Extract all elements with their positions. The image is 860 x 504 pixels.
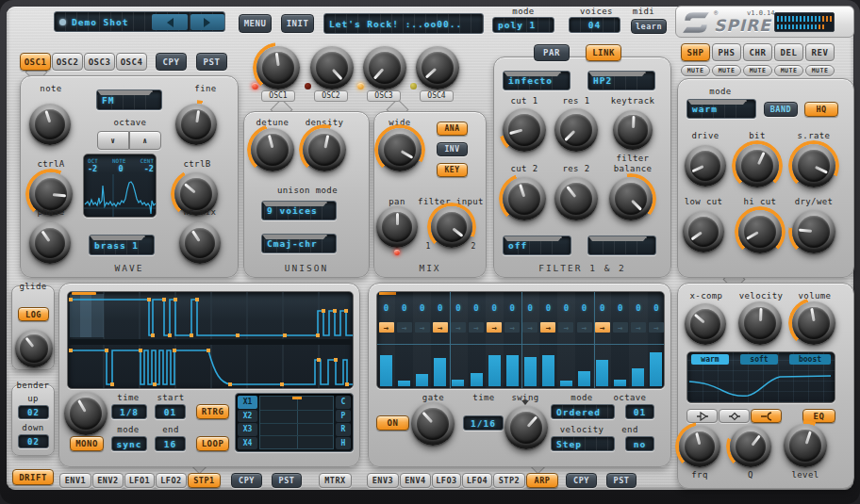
filter-input-knob[interactable] xyxy=(431,206,472,248)
osc-paste-button[interactable]: PST xyxy=(196,53,227,71)
matrix-col-c[interactable]: C xyxy=(336,396,351,409)
wtmix-knob[interactable] xyxy=(179,222,221,264)
filter-par-button[interactable]: PAR xyxy=(534,44,570,61)
arp-step-bar[interactable] xyxy=(506,355,519,386)
xcomp-knob[interactable] xyxy=(685,303,726,345)
matrix-cursor[interactable] xyxy=(292,397,302,399)
tab-osc4[interactable]: OSC4 xyxy=(116,53,147,71)
osc1-level-knob[interactable] xyxy=(256,46,300,89)
osc2-level-knob[interactable] xyxy=(310,46,354,89)
key-button[interactable]: KEY xyxy=(437,163,468,177)
arp-step-arrow[interactable]: → xyxy=(451,322,466,333)
arp-step-arrow[interactable]: → xyxy=(397,322,412,333)
arp-end-display[interactable]: no xyxy=(625,436,654,451)
arp-step-arrow[interactable]: → xyxy=(577,322,592,333)
arp-step-value[interactable]: 0 xyxy=(575,303,593,313)
arp-step-bar[interactable] xyxy=(596,360,608,386)
arp-step-bar[interactable] xyxy=(488,355,501,386)
mute-del-button[interactable]: MUTE xyxy=(774,65,803,76)
bit-knob[interactable] xyxy=(736,144,779,187)
filter2-route-dropdown[interactable] xyxy=(587,236,656,255)
phase-knob[interactable] xyxy=(29,222,71,264)
glide-knob[interactable] xyxy=(15,330,53,367)
arp-display[interactable]: 0000000000000000 →→→→→→→→→→→→→→→→ xyxy=(376,291,665,389)
bender-down-display[interactable]: 02 xyxy=(18,434,49,448)
arp-paste-button[interactable]: PST xyxy=(606,473,637,488)
mute-shp-button[interactable]: MUTE xyxy=(681,65,710,76)
matrix-row-x4[interactable]: X4 xyxy=(238,437,257,450)
arp-step-value[interactable]: 0 xyxy=(647,303,665,313)
band-button[interactable]: BAND xyxy=(764,102,798,117)
arp-step-arrow[interactable]: → xyxy=(631,322,646,333)
frq-knob[interactable] xyxy=(679,426,720,467)
arp-step-arrow[interactable]: → xyxy=(522,322,538,333)
arp-step-value[interactable]: 0 xyxy=(431,303,449,313)
filter2-type-dropdown[interactable]: HP2 xyxy=(587,71,655,90)
lowcut-knob[interactable] xyxy=(683,211,724,252)
arp-step-value[interactable]: 0 xyxy=(593,303,611,313)
voices-display[interactable]: 04 xyxy=(569,17,620,33)
filter-link-button[interactable]: LINK xyxy=(586,44,621,61)
bender-up-display[interactable]: 02 xyxy=(18,405,49,419)
arp-step-bar[interactable] xyxy=(416,374,428,386)
stp1-rtrg-button[interactable]: RTRG xyxy=(196,404,229,419)
arp-step-arrow[interactable]: → xyxy=(595,322,610,333)
arp-step-value[interactable]: 0 xyxy=(521,303,539,313)
mtrx-button[interactable]: MTRX xyxy=(319,473,352,488)
glide-log-button[interactable]: LOG xyxy=(18,307,49,321)
osc-copy-button[interactable]: CPY xyxy=(156,53,187,71)
arp-velocity-display[interactable]: Step xyxy=(551,436,615,451)
osc-mode-dropdown[interactable]: FM xyxy=(96,89,162,110)
arp-step-arrow[interactable]: → xyxy=(540,322,555,333)
cut2-knob[interactable] xyxy=(503,177,546,220)
eq-tab-soft[interactable]: soft xyxy=(740,354,778,365)
tab-env2[interactable]: ENV2 xyxy=(92,473,124,488)
drive-knob[interactable] xyxy=(685,145,726,187)
arp-step-bar[interactable] xyxy=(614,380,626,386)
arp-step-bar[interactable] xyxy=(632,368,644,386)
shaper-mode-dropdown[interactable]: warm xyxy=(686,99,756,119)
matrix-row-x2[interactable]: X2 xyxy=(238,410,257,423)
arp-step-value[interactable]: 0 xyxy=(413,303,431,313)
arp-step-value[interactable]: 0 xyxy=(557,303,575,313)
arp-octave-display[interactable]: 01 xyxy=(625,404,654,419)
arp-step-arrow[interactable]: → xyxy=(649,322,664,333)
stp1-mode-display[interactable]: sync xyxy=(111,436,147,451)
tab-env4[interactable]: ENV4 xyxy=(400,473,431,488)
wave-select-dropdown[interactable]: brass 1 xyxy=(89,235,155,255)
tab-fx-rev[interactable]: REV xyxy=(805,43,835,61)
matrix-row-x3[interactable]: X3 xyxy=(238,423,257,436)
arp-step-bar[interactable] xyxy=(650,352,662,386)
tab-osc1[interactable]: OSC1 xyxy=(20,53,51,71)
arp-step-value[interactable]: 0 xyxy=(377,303,395,313)
eq-tab-warm[interactable]: warm xyxy=(691,354,729,365)
mute-phs-button[interactable]: MUTE xyxy=(712,65,741,76)
mute-rev-button[interactable]: MUTE xyxy=(805,65,835,76)
tab-fx-del[interactable]: DEL xyxy=(774,43,803,61)
menu-button[interactable]: MENU xyxy=(239,14,272,33)
arp-step-bar[interactable] xyxy=(524,357,537,386)
arp-step-value[interactable]: 0 xyxy=(539,303,557,313)
tab-osc3[interactable]: OSC3 xyxy=(84,53,115,71)
step-sequencer-display[interactable] xyxy=(67,291,354,389)
keytrack-knob[interactable] xyxy=(613,110,653,150)
tab-env3[interactable]: ENV3 xyxy=(367,473,399,488)
pan-knob[interactable] xyxy=(376,206,418,248)
stp1-slide-knob[interactable] xyxy=(64,392,108,435)
cut1-knob[interactable] xyxy=(503,108,546,152)
matrix-col-r[interactable]: R xyxy=(336,423,351,436)
tab-osc2[interactable]: OSC2 xyxy=(52,53,83,71)
tab-fx-chr[interactable]: CHR xyxy=(743,43,772,61)
arp-step-arrow[interactable]: → xyxy=(469,322,484,333)
arp-step-bar[interactable] xyxy=(398,381,410,386)
preset-prev-button[interactable] xyxy=(152,14,188,30)
arp-gate-knob[interactable] xyxy=(411,402,455,446)
mute-chr-button[interactable]: MUTE xyxy=(743,65,772,76)
arp-step-arrow[interactable]: → xyxy=(613,322,628,333)
arp-step-bar[interactable] xyxy=(434,358,446,386)
tab-fx-shp[interactable]: SHP xyxy=(681,43,710,61)
arp-step-bar[interactable] xyxy=(452,380,464,386)
stp1-start-display[interactable]: 01 xyxy=(155,404,186,419)
note-knob[interactable] xyxy=(29,104,71,145)
tab-fx-phs[interactable]: PHS xyxy=(712,43,741,61)
